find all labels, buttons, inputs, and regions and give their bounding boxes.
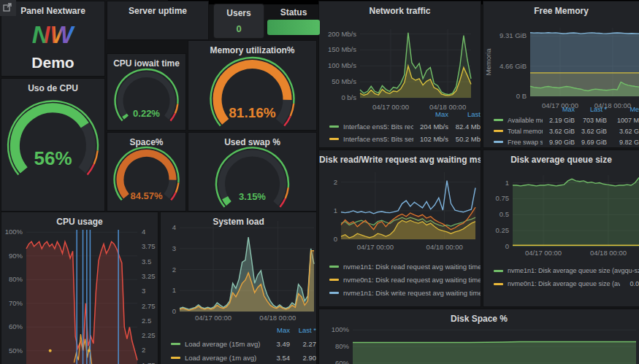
y-tick-label: 1 (334, 206, 337, 214)
y-tick-label: 50% (9, 346, 23, 355)
y-tick-label: 70% (9, 299, 23, 307)
y-tick-label: 0.75 (496, 194, 510, 202)
legend-col-header[interactable]: Last * (575, 106, 607, 113)
y-tick-label: 0 b/s (341, 93, 356, 101)
legend-col-header[interactable]: Max (413, 110, 448, 118)
legend-value: 3.62 GiB (543, 128, 575, 135)
panel-users: Users 0 (214, 4, 264, 38)
panel-system-load: System load 4321004/17 00:0004/18 00:00M… (161, 212, 316, 364)
panel-nextware: Panel Nextware NW Demo (1, 1, 104, 76)
status-indicator (267, 20, 320, 35)
legend-value: 9.69 GiB (575, 139, 607, 146)
legend-series-label[interactable]: Total memory (508, 128, 543, 135)
y-tick-label-right: 2.5 (142, 317, 151, 325)
uso-de-cpu-gauge (1, 79, 104, 211)
disk-space-chart: 100%80%60% (319, 309, 639, 364)
legend-series-swatch (494, 119, 503, 121)
legend-value: 9.90 GiB (543, 139, 575, 146)
panel-title[interactable]: Panel Nextware (1, 6, 104, 16)
legend-value: 2.19 GiB (543, 117, 575, 124)
y-tick-label: 1 (505, 179, 509, 187)
legend-series-swatch (494, 141, 503, 143)
y-tick-label-right: 3 (142, 287, 145, 295)
y-tick-label: 100% (5, 228, 23, 236)
legend-series-label[interactable]: Available memory (508, 117, 543, 124)
gauge-value: 84.57% (107, 190, 185, 201)
y-axis-label: Memoria (484, 48, 492, 76)
legend-col-header[interactable]: Last * (290, 326, 316, 334)
panel-disk-space: Disk Space % 100%80%60% (319, 309, 639, 364)
x-tick-label: 04/17 00:00 (195, 314, 232, 322)
y-tick-label-right: 2.25 (142, 331, 156, 339)
legend-series-label[interactable]: Interface ens5: Bits received (343, 123, 413, 131)
share-corner[interactable] (0, 0, 16, 16)
y-tick-label-right: 2.75 (142, 302, 156, 310)
plot-svg: 100%80%60% (319, 309, 639, 364)
svg-text:NW: NW (32, 20, 76, 48)
legend-series-label[interactable]: nvme0n1: Disk read request avg waiting t… (343, 276, 481, 284)
legend-series-label[interactable]: Interface ens5: Bits sent (343, 135, 413, 143)
legend-series-swatch (494, 283, 503, 285)
legend-value: 703 MiB (575, 117, 607, 124)
y-tick-label: 3 (172, 244, 176, 252)
legend-series-swatch (329, 138, 339, 140)
y-tick-label: 60% (335, 359, 350, 364)
y-tick-label: 0 (172, 307, 176, 315)
y-tick-label: 0.5 (500, 210, 509, 218)
panel-memory-utilization: Memory utilization% 81.16% (188, 41, 316, 130)
legend-series-label[interactable]: nvme1n1: Disk average queue size (avgqu-… (508, 267, 639, 274)
y-tick-label: 150 Mb/s (328, 45, 356, 53)
legend-series-swatch (171, 357, 180, 359)
legend-series-label[interactable]: Load average (15m avg) (185, 340, 261, 348)
panel-free-memory: Free Memory 9.31 GiB4.66 GiB0 B04/17 00:… (483, 1, 639, 147)
legend-series-label[interactable]: Free swap space (508, 139, 543, 146)
panel-cpu-usage: CPU usage 100%90%80%70%60%50%43.753.53.2… (1, 212, 158, 364)
y-tick-label-right: 2 (142, 346, 145, 354)
panel-cpu-iowait: CPU iowait time 0.22% (107, 54, 185, 130)
y-tick-label: 80% (335, 342, 350, 350)
legend: nvme1n1: Disk read request avg waiting t… (319, 260, 481, 299)
panel-network-traffic: Network traffic 200 Mb/s150 Mb/s100 Mb/s… (319, 1, 481, 147)
legend-series-label[interactable]: nvme1n1: Disk write request avg waiting … (343, 289, 481, 297)
marker-dot (49, 349, 52, 352)
panel-uso-de-cpu: Uso de CPU 56% (1, 79, 104, 211)
legend-col-header[interactable]: Me (607, 106, 639, 113)
legend-series-label[interactable]: Load average (1m avg) (185, 354, 261, 362)
legend-col-header[interactable]: Max (543, 106, 575, 113)
legend-series-swatch (329, 125, 339, 128)
legend-series-label[interactable]: nvme1n1: Disk read request avg waiting t… (343, 263, 481, 271)
users-value: 0 (214, 23, 264, 34)
y-tick-label: 0 (334, 235, 337, 243)
legend-value: 82.4 Mb (448, 123, 481, 131)
legend-value: 2.90 (290, 354, 316, 362)
legend-series-label[interactable]: nvme0n1: Disk average queue size (avgqu-… (508, 280, 620, 287)
dashboard-subtitle: Demo (1, 54, 104, 71)
legend: MaxLastInterface ens5: Bits received204 … (319, 108, 481, 145)
y-tick-label: 50 Mb/s (332, 77, 356, 85)
legend-series-swatch (171, 343, 180, 345)
legend-col-header[interactable]: Last (448, 110, 481, 118)
legend: nvme1n1: Disk average queue size (avgqu-… (483, 264, 639, 290)
y-tick-label: 60% (9, 322, 23, 330)
legend-value: 3.54 (261, 354, 290, 362)
legend-value: 3.62 GiB (575, 128, 607, 135)
legend-col-header[interactable]: Max (261, 326, 290, 334)
external-link-icon (3, 3, 12, 12)
x-tick-label: 04/18 00:00 (259, 314, 296, 322)
panel-title[interactable]: Users (214, 8, 264, 18)
panel-title-status[interactable]: Status (267, 7, 320, 18)
legend-value: 9.82 G (607, 139, 639, 146)
legend: MaxLast *Load average (15m avg)3.492.27L… (161, 323, 316, 364)
legend-value: 102 Mb/s (413, 135, 448, 143)
x-tick-label: 04/18 00:00 (590, 249, 627, 257)
gauge-value: 56% (1, 147, 104, 170)
y-tick-label: 200 Mb/s (328, 30, 356, 38)
y-tick-label: 80% (9, 275, 23, 283)
disk-wait-chart: 21004/17 00:0004/18 00:00nvme1n1: Disk r… (319, 150, 481, 306)
network-traffic-chart: 200 Mb/s150 Mb/s100 Mb/s50 Mb/s0 b/s04/1… (319, 1, 481, 147)
legend-value: 50.2 Mb (448, 135, 481, 143)
free-memory-chart: 9.31 GiB4.66 GiB0 B04/17 00:0004/18 00:0… (483, 1, 639, 147)
panel-server-uptime: Server uptime (107, 1, 208, 39)
x-tick-label: 04/17 00:00 (525, 249, 562, 257)
panel-title[interactable]: Server uptime (107, 6, 208, 16)
